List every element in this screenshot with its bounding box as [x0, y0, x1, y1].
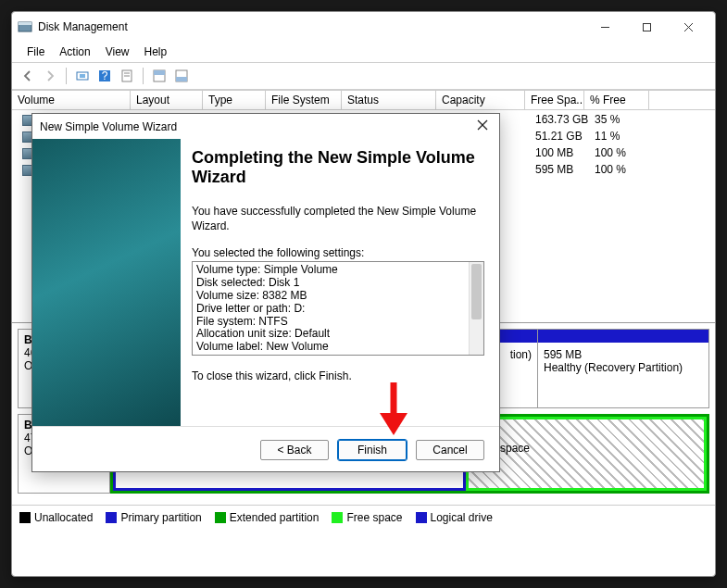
- cell-pct: 35 %: [589, 112, 654, 127]
- scrollbar[interactable]: [469, 262, 483, 355]
- svg-rect-14: [176, 77, 187, 81]
- wizard-title: New Simple Volume Wizard: [40, 120, 177, 133]
- toolbar: ?: [12, 62, 715, 90]
- layout-top-icon[interactable]: [149, 66, 169, 86]
- forward-icon[interactable]: [40, 66, 60, 86]
- cell-free: 100 MB: [530, 145, 589, 160]
- new-simple-volume-wizard: New Simple Volume Wizard Completing the …: [31, 113, 500, 472]
- col-layout[interactable]: Layout: [131, 91, 203, 109]
- partition-status: Healthy (Recovery Partition): [544, 361, 683, 374]
- col-pctfree[interactable]: % Free: [584, 91, 649, 109]
- swatch-free: [332, 512, 343, 523]
- minimize-button[interactable]: [584, 14, 626, 40]
- swatch-primary: [106, 512, 117, 523]
- back-button[interactable]: < Back: [260, 440, 329, 460]
- menubar: File Action View Help: [12, 42, 715, 62]
- maximize-button[interactable]: [626, 14, 668, 40]
- swatch-logical: [416, 512, 427, 523]
- svg-rect-5: [80, 74, 85, 78]
- cell-free: 595 MB: [530, 162, 589, 177]
- wizard-side-graphic: [32, 139, 181, 426]
- col-status[interactable]: Status: [342, 91, 436, 109]
- finish-button[interactable]: Finish: [338, 440, 407, 460]
- menu-file[interactable]: File: [19, 44, 52, 60]
- titlebar: Disk Management: [12, 12, 715, 42]
- cell-pct: 11 %: [589, 129, 654, 144]
- partition-status: Free space: [474, 442, 698, 455]
- volume-list-header: Volume Layout Type File System Status Ca…: [12, 90, 715, 110]
- partition-size: 595 MB: [544, 348, 582, 361]
- refresh-icon[interactable]: [72, 66, 93, 86]
- cancel-button[interactable]: Cancel: [416, 440, 484, 460]
- cell-free: 51.21 GB: [530, 129, 589, 144]
- menu-action[interactable]: Action: [52, 44, 97, 60]
- col-volume[interactable]: Volume: [12, 91, 131, 109]
- wizard-success-text: You have successfully completed the New …: [192, 204, 484, 233]
- col-capacity[interactable]: Capacity: [436, 91, 525, 109]
- cell-free: 163.73 GB: [530, 112, 589, 127]
- partition-free-space[interactable]: Free space: [466, 417, 707, 491]
- window-title: Disk Management: [38, 20, 128, 33]
- menu-view[interactable]: View: [98, 44, 137, 60]
- svg-rect-12: [154, 70, 165, 75]
- wizard-settings-list[interactable]: Volume type: Simple Volume Disk selected…: [192, 261, 484, 356]
- properties-icon[interactable]: [117, 66, 137, 86]
- layout-bottom-icon[interactable]: [171, 66, 192, 86]
- app-icon: [18, 19, 32, 34]
- col-filesystem[interactable]: File System: [266, 91, 342, 109]
- col-free[interactable]: Free Spa...: [525, 91, 584, 109]
- close-button[interactable]: [668, 14, 709, 40]
- help-icon[interactable]: ?: [94, 66, 115, 86]
- swatch-extended: [215, 512, 226, 523]
- svg-rect-3: [644, 23, 651, 31]
- wizard-heading: Completing the New Simple Volume Wizard: [192, 148, 484, 187]
- swatch-unallocated: [19, 512, 31, 523]
- close-icon[interactable]: [473, 119, 492, 133]
- cell-pct: 100 %: [589, 145, 654, 160]
- legend: Unallocated Primary partition Extended p…: [12, 505, 715, 530]
- wizard-close-hint: To close this wizard, click Finish.: [192, 369, 484, 383]
- svg-text:?: ?: [102, 69, 108, 82]
- menu-help[interactable]: Help: [137, 44, 175, 60]
- col-type[interactable]: Type: [203, 91, 266, 109]
- svg-rect-1: [19, 22, 31, 25]
- partition-recovery[interactable]: 595 MB Healthy (Recovery Partition): [537, 329, 709, 408]
- wizard-settings-label: You selected the following settings:: [192, 246, 484, 259]
- back-icon[interactable]: [18, 66, 38, 86]
- cell-pct: 100 %: [589, 162, 654, 177]
